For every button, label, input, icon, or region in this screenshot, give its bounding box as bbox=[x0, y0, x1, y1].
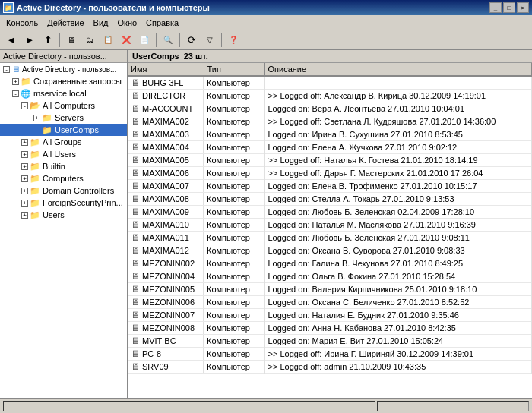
tree-item-all-computers[interactable]: - 📂 All Computers bbox=[0, 99, 127, 112]
menu-action[interactable]: Действие bbox=[43, 17, 88, 29]
tree-item-usercomps[interactable]: 📁 UserComps bbox=[0, 124, 127, 136]
tree-item-users[interactable]: + 📁 Users bbox=[0, 209, 127, 221]
tree-item-servers[interactable]: + 📁 Servers bbox=[0, 112, 127, 124]
help-button[interactable]: ❓ bbox=[225, 32, 242, 49]
menu-console[interactable]: Консоль bbox=[2, 17, 43, 29]
table-row[interactable]: 🖥MAXIMA010КомпьютерLogged on: Наталья М.… bbox=[128, 219, 532, 232]
tree-expand-allcomp[interactable]: - bbox=[21, 102, 28, 109]
tree-expand-allusers[interactable]: + bbox=[21, 151, 28, 158]
computer-icon: 🖥 bbox=[131, 284, 140, 295]
table-row[interactable]: 🖥MAXIMA011КомпьютерLogged on: Любовь Б. … bbox=[128, 232, 532, 244]
tree-item-allgroups[interactable]: + 📁 All Groups bbox=[0, 136, 127, 148]
cell-description: >> Logged off: Александр В. Кирица 30.12… bbox=[264, 90, 532, 102]
title-bar: 📁 Active Directory - пользователи и комп… bbox=[0, 0, 532, 15]
tree-container[interactable]: - 🖥 Active Directory - пользов... + 📁 Со… bbox=[0, 63, 127, 398]
tree-item-dc[interactable]: + 📁 Domain Controllers bbox=[0, 184, 127, 197]
table-container[interactable]: Имя Тип Описание 🖥BUHG-3FLКомпьютер🖥DIRE… bbox=[128, 63, 532, 398]
table-row[interactable]: 🖥MAXIMA009КомпьютерLogged on: Любовь Б. … bbox=[128, 206, 532, 219]
cell-name: 🖥MAXIMA004 bbox=[128, 141, 204, 153]
cell-name: 🖥MAXIMA010 bbox=[128, 219, 204, 231]
table-row[interactable]: 🖥MAXIMA005Компьютер>> Logged off: Наталь… bbox=[128, 154, 532, 167]
toolbar-separator-4 bbox=[221, 33, 222, 47]
tree-expand-root[interactable]: - bbox=[3, 66, 10, 73]
table-row[interactable]: 🖥MAXIMA012КомпьютерLogged on: Оксана В. … bbox=[128, 244, 532, 257]
col-header-name[interactable]: Имя bbox=[128, 63, 204, 76]
cell-name: 🖥SRV09 bbox=[128, 361, 204, 373]
col-header-type[interactable]: Тип bbox=[204, 63, 264, 76]
tree-expand-dc[interactable]: + bbox=[21, 188, 28, 194]
toolbar: ◄ ► ⬆ 🖥 🗂 📋 ❌ 📄 🔍 ⟳ ▽ ❓ bbox=[0, 30, 532, 50]
cell-description: Logged on: Вера А. Леонтьева 27.01.2010 … bbox=[264, 102, 532, 115]
toolbar-separator-2 bbox=[156, 33, 157, 47]
tree-expand-foreign[interactable]: + bbox=[21, 200, 28, 206]
table-row[interactable]: 🖥MEZONIN007КомпьютерLogged on: Наталия Е… bbox=[128, 309, 532, 322]
table-row[interactable]: 🖥MVIT-BCКомпьютерLogged on: Мария Е. Вит… bbox=[128, 335, 532, 348]
computer-name: MAXIMA011 bbox=[142, 233, 189, 242]
filter-button[interactable]: ▽ bbox=[201, 32, 218, 49]
cell-name: 🖥MEZONIN004 bbox=[128, 270, 204, 282]
table-row[interactable]: 🖥MAXIMA003КомпьютерLogged on: Ирина В. С… bbox=[128, 128, 532, 141]
computer-icon: 🖥 bbox=[131, 194, 140, 204]
menu-view[interactable]: Вид bbox=[89, 17, 113, 29]
cell-type: Компьютер bbox=[204, 102, 264, 115]
up-button[interactable]: ⬆ bbox=[40, 32, 56, 49]
table-row[interactable]: 🖥MEZONIN008КомпьютерLogged on: Анна Н. К… bbox=[128, 322, 532, 335]
tree-expand-domain[interactable]: - bbox=[12, 90, 19, 97]
show-list-button[interactable]: 📋 bbox=[100, 32, 116, 49]
table-row[interactable]: 🖥MEZONIN004КомпьютерLogged on: Ольга В. … bbox=[128, 270, 532, 283]
table-row[interactable]: 🖥M-ACCOUNTКомпьютерLogged on: Вера А. Ле… bbox=[128, 102, 532, 115]
tree-item-saved[interactable]: + 📁 Сохраненные запросы bbox=[0, 75, 127, 87]
right-panel: UserComps 23 шт. Имя Тип Описание 🖥BUHG-… bbox=[128, 50, 532, 398]
close-button[interactable]: × bbox=[517, 2, 529, 13]
tree-item-computers[interactable]: + 📁 Computers bbox=[0, 172, 127, 184]
window-controls[interactable]: _ □ × bbox=[489, 2, 529, 13]
menu-help[interactable]: Справка bbox=[141, 17, 183, 29]
cell-name: 🖥MEZONIN002 bbox=[128, 257, 204, 270]
maximize-button[interactable]: □ bbox=[503, 2, 515, 13]
table-row[interactable]: 🖥SRV09Компьютер>> Logged off: admin 21.1… bbox=[128, 361, 532, 374]
computer-icon: 🖥 bbox=[131, 297, 140, 307]
table-row[interactable]: 🖥MAXIMA004КомпьютерLogged on: Елена А. Ж… bbox=[128, 141, 532, 154]
table-row[interactable]: 🖥PC-8Компьютер>> Logged off: Ирина Г. Ши… bbox=[128, 348, 532, 361]
table-row[interactable]: 🖥MEZONIN006КомпьютерLogged on: Оксана С.… bbox=[128, 296, 532, 309]
cell-type: Компьютер bbox=[204, 270, 264, 283]
delete-button[interactable]: ❌ bbox=[118, 32, 135, 49]
col-header-desc[interactable]: Описание bbox=[264, 63, 532, 76]
minimize-button[interactable]: _ bbox=[489, 2, 502, 13]
tree-label-allusers: All Users bbox=[43, 150, 76, 159]
tree-expand-saved[interactable]: + bbox=[12, 78, 19, 85]
search-button[interactable]: 🔍 bbox=[160, 32, 176, 49]
tree-item-builtin[interactable]: + 📁 Builtin bbox=[0, 160, 127, 172]
computer-icon: 🖥 bbox=[131, 336, 140, 346]
tree-expand-builtin[interactable]: + bbox=[21, 163, 28, 170]
table-row[interactable]: 🖥MAXIMA007КомпьютерLogged on: Елена В. Т… bbox=[128, 180, 532, 193]
cell-description: Logged on: Ольга В. Фокина 27.01.2010 15… bbox=[264, 270, 532, 283]
table-row[interactable]: 🖥MAXIMA006Компьютер>> Logged off: Дарья … bbox=[128, 167, 532, 180]
forward-button[interactable]: ► bbox=[21, 32, 38, 49]
table-row[interactable]: 🖥MEZONIN002КомпьютерLogged on: Галина В.… bbox=[128, 257, 532, 270]
table-row[interactable]: 🖥MEZONIN005КомпьютерLogged on: Валерия К… bbox=[128, 283, 532, 296]
table-row[interactable]: 🖥BUHG-3FLКомпьютер bbox=[128, 76, 532, 90]
tree-expand-servers[interactable]: + bbox=[33, 115, 40, 121]
cell-name: 🖥DIRECTOR bbox=[128, 90, 204, 102]
tree-item-domain[interactable]: - 🌐 mservice.local bbox=[0, 87, 127, 99]
refresh-button[interactable]: ⟳ bbox=[183, 32, 200, 49]
show-folder-button[interactable]: 🗂 bbox=[81, 32, 98, 49]
tree-root[interactable]: - 🖥 Active Directory - пользов... bbox=[0, 63, 127, 75]
toolbar-separator-3 bbox=[179, 33, 180, 47]
table-row[interactable]: 🖥MAXIMA008КомпьютерLogged on: Стелла А. … bbox=[128, 193, 532, 206]
tree-item-allusers[interactable]: + 📁 All Users bbox=[0, 148, 127, 160]
tree-item-foreign[interactable]: + 📁 ForeignSecurityPrin... bbox=[0, 197, 127, 209]
table-row[interactable]: 🖥MAXIMA002Компьютер>> Logged off: Светла… bbox=[128, 115, 532, 128]
tree-expand-users[interactable]: + bbox=[21, 212, 28, 219]
show-stop-button[interactable]: 🖥 bbox=[63, 32, 80, 49]
back-button[interactable]: ◄ bbox=[3, 32, 20, 49]
menu-window[interactable]: Окно bbox=[113, 17, 142, 29]
tree-expand-allgroups[interactable]: + bbox=[21, 139, 28, 146]
properties-button[interactable]: 📄 bbox=[136, 32, 153, 49]
tree-expand-computers[interactable]: + bbox=[21, 175, 28, 182]
computer-icon: 🖥 bbox=[131, 155, 140, 166]
cell-type: Компьютер bbox=[204, 232, 264, 244]
table-row[interactable]: 🖥DIRECTORКомпьютер>> Logged off: Алексан… bbox=[128, 90, 532, 102]
cell-description: >> Logged off: Ирина Г. Шириняй 30.12.20… bbox=[264, 348, 532, 361]
